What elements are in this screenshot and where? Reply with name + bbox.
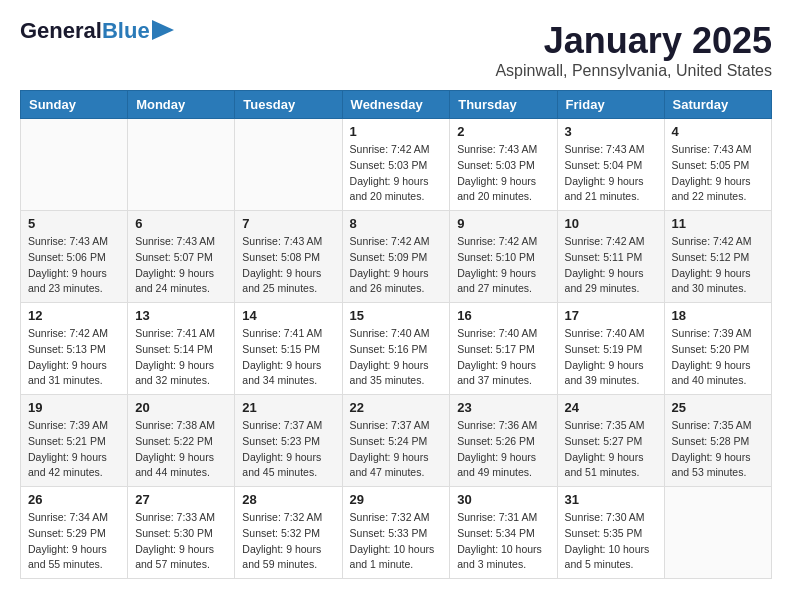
calendar-week-row: 26Sunrise: 7:34 AM Sunset: 5:29 PM Dayli…	[21, 487, 772, 579]
day-info: Sunrise: 7:40 AM Sunset: 5:16 PM Dayligh…	[350, 326, 443, 389]
day-info: Sunrise: 7:43 AM Sunset: 5:07 PM Dayligh…	[135, 234, 227, 297]
calendar-day-cell: 11Sunrise: 7:42 AM Sunset: 5:12 PM Dayli…	[664, 211, 771, 303]
day-info: Sunrise: 7:41 AM Sunset: 5:15 PM Dayligh…	[242, 326, 334, 389]
weekday-header-cell: Wednesday	[342, 91, 450, 119]
day-info: Sunrise: 7:31 AM Sunset: 5:34 PM Dayligh…	[457, 510, 549, 573]
day-info: Sunrise: 7:42 AM Sunset: 5:11 PM Dayligh…	[565, 234, 657, 297]
calendar-day-cell: 29Sunrise: 7:32 AM Sunset: 5:33 PM Dayli…	[342, 487, 450, 579]
day-info: Sunrise: 7:40 AM Sunset: 5:17 PM Dayligh…	[457, 326, 549, 389]
calendar-day-cell: 3Sunrise: 7:43 AM Sunset: 5:04 PM Daylig…	[557, 119, 664, 211]
day-number: 26	[28, 492, 120, 507]
day-number: 8	[350, 216, 443, 231]
calendar-day-cell: 30Sunrise: 7:31 AM Sunset: 5:34 PM Dayli…	[450, 487, 557, 579]
calendar-day-cell: 5Sunrise: 7:43 AM Sunset: 5:06 PM Daylig…	[21, 211, 128, 303]
logo-text: GeneralBlue	[20, 20, 150, 42]
day-info: Sunrise: 7:35 AM Sunset: 5:27 PM Dayligh…	[565, 418, 657, 481]
calendar-day-cell: 10Sunrise: 7:42 AM Sunset: 5:11 PM Dayli…	[557, 211, 664, 303]
day-number: 25	[672, 400, 764, 415]
day-number: 4	[672, 124, 764, 139]
day-info: Sunrise: 7:32 AM Sunset: 5:33 PM Dayligh…	[350, 510, 443, 573]
day-info: Sunrise: 7:39 AM Sunset: 5:20 PM Dayligh…	[672, 326, 764, 389]
page-header: GeneralBlue January 2025 Aspinwall, Penn…	[20, 20, 772, 80]
day-number: 7	[242, 216, 334, 231]
weekday-header-cell: Saturday	[664, 91, 771, 119]
day-info: Sunrise: 7:42 AM Sunset: 5:10 PM Dayligh…	[457, 234, 549, 297]
day-info: Sunrise: 7:43 AM Sunset: 5:05 PM Dayligh…	[672, 142, 764, 205]
day-info: Sunrise: 7:34 AM Sunset: 5:29 PM Dayligh…	[28, 510, 120, 573]
weekday-header-cell: Tuesday	[235, 91, 342, 119]
calendar-day-cell: 20Sunrise: 7:38 AM Sunset: 5:22 PM Dayli…	[128, 395, 235, 487]
day-info: Sunrise: 7:43 AM Sunset: 5:06 PM Dayligh…	[28, 234, 120, 297]
weekday-header-cell: Monday	[128, 91, 235, 119]
day-info: Sunrise: 7:42 AM Sunset: 5:03 PM Dayligh…	[350, 142, 443, 205]
calendar-day-cell: 19Sunrise: 7:39 AM Sunset: 5:21 PM Dayli…	[21, 395, 128, 487]
calendar-day-cell: 23Sunrise: 7:36 AM Sunset: 5:26 PM Dayli…	[450, 395, 557, 487]
calendar-day-cell: 4Sunrise: 7:43 AM Sunset: 5:05 PM Daylig…	[664, 119, 771, 211]
day-number: 6	[135, 216, 227, 231]
calendar-week-row: 1Sunrise: 7:42 AM Sunset: 5:03 PM Daylig…	[21, 119, 772, 211]
day-number: 15	[350, 308, 443, 323]
day-number: 12	[28, 308, 120, 323]
calendar-table: SundayMondayTuesdayWednesdayThursdayFrid…	[20, 90, 772, 579]
logo: GeneralBlue	[20, 20, 174, 42]
day-number: 1	[350, 124, 443, 139]
calendar-day-cell	[128, 119, 235, 211]
day-info: Sunrise: 7:43 AM Sunset: 5:04 PM Dayligh…	[565, 142, 657, 205]
weekday-header-row: SundayMondayTuesdayWednesdayThursdayFrid…	[21, 91, 772, 119]
calendar-day-cell: 24Sunrise: 7:35 AM Sunset: 5:27 PM Dayli…	[557, 395, 664, 487]
logo-arrow-icon	[152, 20, 174, 40]
calendar-day-cell: 8Sunrise: 7:42 AM Sunset: 5:09 PM Daylig…	[342, 211, 450, 303]
calendar-day-cell: 13Sunrise: 7:41 AM Sunset: 5:14 PM Dayli…	[128, 303, 235, 395]
day-info: Sunrise: 7:37 AM Sunset: 5:24 PM Dayligh…	[350, 418, 443, 481]
day-info: Sunrise: 7:42 AM Sunset: 5:13 PM Dayligh…	[28, 326, 120, 389]
day-info: Sunrise: 7:43 AM Sunset: 5:03 PM Dayligh…	[457, 142, 549, 205]
calendar-day-cell: 26Sunrise: 7:34 AM Sunset: 5:29 PM Dayli…	[21, 487, 128, 579]
day-number: 3	[565, 124, 657, 139]
calendar-day-cell: 2Sunrise: 7:43 AM Sunset: 5:03 PM Daylig…	[450, 119, 557, 211]
calendar-day-cell: 14Sunrise: 7:41 AM Sunset: 5:15 PM Dayli…	[235, 303, 342, 395]
calendar-day-cell: 21Sunrise: 7:37 AM Sunset: 5:23 PM Dayli…	[235, 395, 342, 487]
calendar-week-row: 5Sunrise: 7:43 AM Sunset: 5:06 PM Daylig…	[21, 211, 772, 303]
day-number: 28	[242, 492, 334, 507]
calendar-day-cell: 31Sunrise: 7:30 AM Sunset: 5:35 PM Dayli…	[557, 487, 664, 579]
day-number: 13	[135, 308, 227, 323]
calendar-week-row: 12Sunrise: 7:42 AM Sunset: 5:13 PM Dayli…	[21, 303, 772, 395]
calendar-day-cell	[235, 119, 342, 211]
day-info: Sunrise: 7:38 AM Sunset: 5:22 PM Dayligh…	[135, 418, 227, 481]
day-number: 2	[457, 124, 549, 139]
day-info: Sunrise: 7:39 AM Sunset: 5:21 PM Dayligh…	[28, 418, 120, 481]
day-info: Sunrise: 7:37 AM Sunset: 5:23 PM Dayligh…	[242, 418, 334, 481]
calendar-day-cell: 28Sunrise: 7:32 AM Sunset: 5:32 PM Dayli…	[235, 487, 342, 579]
location: Aspinwall, Pennsylvania, United States	[495, 62, 772, 80]
calendar-day-cell: 7Sunrise: 7:43 AM Sunset: 5:08 PM Daylig…	[235, 211, 342, 303]
day-number: 31	[565, 492, 657, 507]
day-number: 5	[28, 216, 120, 231]
day-info: Sunrise: 7:33 AM Sunset: 5:30 PM Dayligh…	[135, 510, 227, 573]
calendar-day-cell: 17Sunrise: 7:40 AM Sunset: 5:19 PM Dayli…	[557, 303, 664, 395]
day-info: Sunrise: 7:41 AM Sunset: 5:14 PM Dayligh…	[135, 326, 227, 389]
weekday-header-cell: Sunday	[21, 91, 128, 119]
day-number: 23	[457, 400, 549, 415]
day-info: Sunrise: 7:30 AM Sunset: 5:35 PM Dayligh…	[565, 510, 657, 573]
day-number: 11	[672, 216, 764, 231]
calendar-day-cell: 9Sunrise: 7:42 AM Sunset: 5:10 PM Daylig…	[450, 211, 557, 303]
calendar-day-cell: 12Sunrise: 7:42 AM Sunset: 5:13 PM Dayli…	[21, 303, 128, 395]
calendar-week-row: 19Sunrise: 7:39 AM Sunset: 5:21 PM Dayli…	[21, 395, 772, 487]
day-info: Sunrise: 7:32 AM Sunset: 5:32 PM Dayligh…	[242, 510, 334, 573]
month-title: January 2025	[495, 20, 772, 62]
weekday-header-cell: Thursday	[450, 91, 557, 119]
day-info: Sunrise: 7:36 AM Sunset: 5:26 PM Dayligh…	[457, 418, 549, 481]
calendar-day-cell: 27Sunrise: 7:33 AM Sunset: 5:30 PM Dayli…	[128, 487, 235, 579]
day-number: 16	[457, 308, 549, 323]
weekday-header-cell: Friday	[557, 91, 664, 119]
svg-marker-0	[152, 20, 174, 40]
day-number: 30	[457, 492, 549, 507]
calendar-day-cell	[21, 119, 128, 211]
calendar-day-cell: 25Sunrise: 7:35 AM Sunset: 5:28 PM Dayli…	[664, 395, 771, 487]
calendar-day-cell: 15Sunrise: 7:40 AM Sunset: 5:16 PM Dayli…	[342, 303, 450, 395]
day-number: 27	[135, 492, 227, 507]
day-number: 9	[457, 216, 549, 231]
calendar-day-cell: 22Sunrise: 7:37 AM Sunset: 5:24 PM Dayli…	[342, 395, 450, 487]
day-number: 17	[565, 308, 657, 323]
title-section: January 2025 Aspinwall, Pennsylvania, Un…	[495, 20, 772, 80]
